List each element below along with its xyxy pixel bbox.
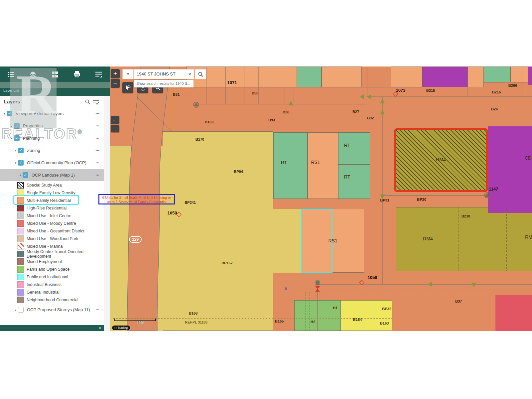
zoom-out-button[interactable]: − — [111, 79, 120, 88]
zoom-in-button[interactable]: + — [111, 69, 120, 78]
legend-label: Mixed Use - Moody Centre — [27, 221, 76, 226]
list-menu-icon[interactable] — [0, 71, 22, 78]
layer-checkbox[interactable]: ✓ — [14, 123, 20, 129]
map-label-b37: B37 — [455, 299, 462, 303]
chevron-down-icon[interactable]: ▾ — [13, 161, 18, 165]
collapse-panel-icon[interactable]: « — [99, 325, 101, 331]
map-label-b215: B215 — [426, 88, 435, 92]
layer-row-planning[interactable]: ▾✓Planning••• — [0, 132, 104, 144]
map-label-h2: H2 — [311, 320, 315, 324]
back-button[interactable]: ← — [111, 116, 119, 124]
legend-item: Parks and Open Space — [0, 265, 104, 273]
search-suggestion[interactable]: Show search results for 1940 S... — [134, 80, 194, 87]
row-menu-icon[interactable]: ••• — [96, 124, 100, 128]
layer-row-ocp-landuse-map-1-[interactable]: ▾✓OCP Landuse (Map 1)••• — [0, 169, 104, 181]
layer-checkbox[interactable]: ✓ — [18, 160, 24, 166]
legend-swatch — [17, 243, 24, 250]
chevron-right-icon[interactable]: ▸ — [13, 308, 18, 312]
layer-tree-bottom: ▸OCP Proposed Storeys (Map 11)••• — [0, 304, 104, 316]
spinner-icon — [114, 327, 117, 329]
row-menu-icon[interactable]: ••• — [96, 308, 100, 312]
toolbar-band — [0, 82, 110, 88]
map-label-1071: 1071 — [227, 80, 237, 85]
layer-label: Zoning — [27, 148, 104, 153]
legend-swatch — [17, 274, 24, 280]
map-label-rs1: RS1 — [328, 238, 337, 243]
legend-swatch — [17, 297, 24, 303]
map-label-b216: B216 — [492, 90, 501, 94]
layer-checkbox[interactable] — [18, 307, 24, 313]
chevron-down-icon[interactable]: ▾ — [9, 137, 14, 140]
legend-label: Mixed Use - Marina — [27, 244, 63, 249]
chevron-down-icon[interactable]: ▾ — [2, 112, 7, 115]
layer-label: OCP Proposed Storeys (Map 11) — [27, 307, 104, 312]
legend-label: Parks and Open Space — [27, 267, 69, 272]
search-icon — [198, 71, 203, 77]
forward-button[interactable]: → — [111, 125, 119, 132]
search-source-dropdown[interactable]: ▼ — [122, 69, 134, 79]
map-label-h1: H1 — [333, 306, 337, 310]
map-label-bp241: BP241 — [185, 200, 196, 204]
legend-label: Mixed Use - Oceanfront District — [27, 229, 84, 233]
chevron-right-icon[interactable]: ▸ — [13, 149, 18, 152]
map-label-b93: B93 — [268, 118, 275, 122]
clear-search-icon[interactable]: × — [188, 69, 191, 79]
map-label-b168: B168 — [189, 311, 198, 315]
legend-item: Mixed Use - Oceanfront District — [0, 227, 104, 235]
print-icon[interactable] — [66, 70, 88, 78]
map-label-bp32: BP32 — [382, 307, 391, 311]
map-label-rm4: RM4 — [525, 234, 532, 240]
row-menu-icon[interactable]: ••• — [96, 174, 100, 177]
legend-label: Special Study Area — [27, 183, 62, 188]
search-input[interactable]: 1940 ST JOHNS ST × — [134, 69, 194, 79]
legend-label: Mixed Employment — [27, 259, 62, 264]
sidebar-footer-bar: « — [0, 325, 104, 331]
row-menu-icon[interactable]: ••• — [96, 161, 100, 165]
map-label-rm4: RM4 — [436, 157, 446, 162]
layer-checkbox[interactable]: ✓ — [23, 172, 28, 178]
map-application: 1071B51B50B28B93B27B92B1691073B215B216B2… — [0, 66, 532, 331]
legend-item: Mixed Employment — [0, 258, 104, 265]
layer-checkbox[interactable]: ✓ — [14, 135, 20, 141]
legend-item: Multi-Family Residential — [0, 197, 104, 204]
map-label-bp30: BP30 — [417, 198, 426, 201]
layer-row-zoning[interactable]: ▸✓Zoning••• — [0, 144, 104, 157]
map-label-cd3: CD3 — [525, 155, 532, 161]
layer-checkbox[interactable]: ✓ — [7, 111, 12, 116]
legend-swatch — [17, 220, 24, 227]
search-button[interactable] — [195, 69, 206, 79]
layer-row-properties[interactable]: ▸✓Properties••• — [0, 120, 104, 132]
map-label-b92: B92 — [367, 116, 374, 120]
chevron-down-icon[interactable]: ▾ — [18, 174, 23, 177]
row-menu-icon[interactable]: ••• — [96, 137, 100, 140]
layer-checkbox[interactable]: ✓ — [18, 148, 24, 153]
map-label-b164: B164 — [353, 318, 362, 322]
legend-swatch — [17, 212, 24, 219]
legend-item: Moody Centre Transit Oriented Developmen… — [0, 250, 104, 258]
layers-icon[interactable] — [22, 70, 44, 78]
sidebar: Layer List Layers ▾✓Viewport External La… — [0, 66, 110, 331]
legend-item: General Industrial — [0, 288, 104, 296]
layer-row-viewport-external-layers[interactable]: ▾✓Viewport External Layers••• — [0, 107, 104, 120]
layers-search-icon[interactable] — [85, 99, 90, 106]
legend-item: Mixed Use - Inlet Centre — [0, 212, 104, 219]
select-tool-button[interactable] — [122, 82, 133, 93]
map-label-b26: B26 — [491, 107, 498, 111]
legend-swatch — [17, 228, 24, 234]
layer-row-ocp-proposed-storeys-map-11-[interactable]: ▸OCP Proposed Storeys (Map 11)••• — [0, 304, 104, 316]
chevron-right-icon[interactable]: ▸ — [9, 124, 14, 128]
row-menu-icon[interactable]: ••• — [96, 112, 100, 115]
map-label-rs1: RS1 — [311, 160, 320, 165]
layer-list-tab: Layer List — [3, 88, 19, 92]
road-shield: 129 — [129, 236, 142, 243]
row-menu-icon[interactable]: ••• — [96, 149, 100, 152]
legend-swatch — [17, 289, 24, 296]
legend-label: Single Family Low Density — [27, 191, 75, 195]
basemap-grid-icon[interactable] — [44, 71, 66, 78]
layer-row-official-community-plan-ocp-[interactable]: ▾✓Official Community Plan (OCP)••• — [0, 157, 104, 169]
ocp-landuse-legend: Special Study AreaSingle Family Low Dens… — [0, 181, 104, 304]
map-label-1073: 1073 — [396, 88, 406, 93]
filter-check-icon[interactable] — [93, 99, 99, 106]
legend-item: Mixed Use - Moody Centre — [0, 219, 104, 227]
legend-list-icon[interactable] — [88, 70, 110, 78]
